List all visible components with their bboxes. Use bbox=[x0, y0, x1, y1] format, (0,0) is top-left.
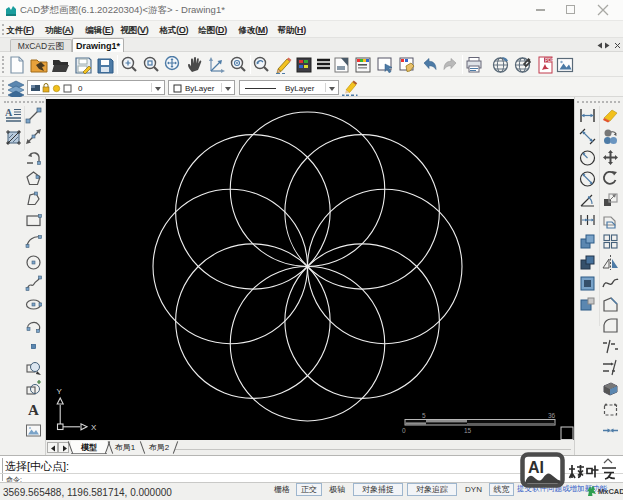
svg-text:X: X bbox=[91, 423, 97, 432]
svg-text:36: 36 bbox=[548, 412, 556, 419]
svg-text:PDF: PDF bbox=[545, 58, 554, 63]
svg-text:A: A bbox=[28, 402, 39, 418]
svg-text:15: 15 bbox=[464, 427, 472, 434]
svg-text:Y: Y bbox=[57, 387, 63, 396]
svg-text:A: A bbox=[5, 107, 13, 118]
svg-text:5: 5 bbox=[422, 412, 426, 419]
svg-text:AI: AI bbox=[528, 459, 544, 476]
svg-text:0: 0 bbox=[402, 427, 406, 434]
